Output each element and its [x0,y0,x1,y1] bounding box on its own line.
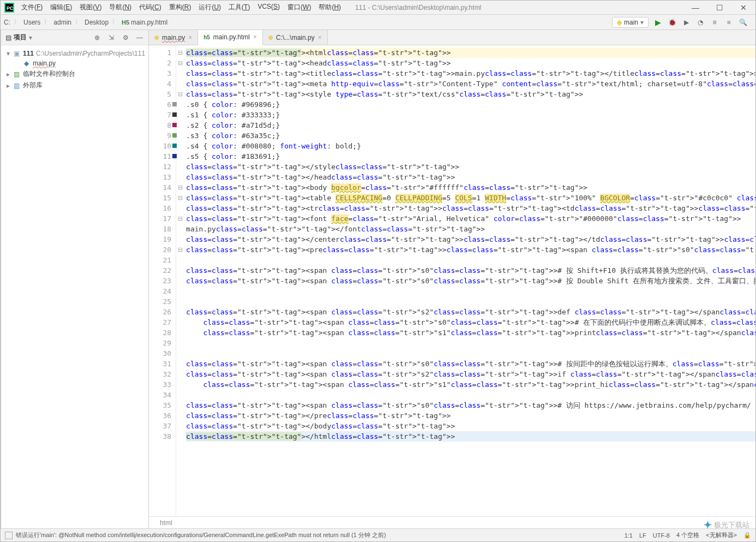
project-tree[interactable]: ▾▣ 111 C:\Users\admin\PycharmProjects\11… [1,45,148,94]
code-editor[interactable]: 1234567891011121314151617181920212223242… [149,45,755,516]
editor-tab[interactable]: ◆main.py× [149,30,198,45]
profile-button[interactable]: ◔ [695,17,705,27]
file-encoding[interactable]: UTF-8 [653,532,670,539]
close-tab-icon[interactable]: × [318,34,322,41]
python-interpreter[interactable]: <无解释器> [706,531,737,539]
run-button[interactable]: ▶ [653,17,663,27]
breadcrumb-item[interactable]: H5main.py.html [122,19,167,26]
editor-breadcrumb[interactable]: html [149,516,755,528]
ide-window: PC 文件(F)编辑(E)视图(V)导航(N)代码(C)重构(R)运行(U)工具… [0,0,756,542]
breadcrumb-item[interactable]: C: [4,19,10,26]
run-config-name: main [624,19,638,26]
svg-text:PC: PC [7,5,14,11]
lock-icon[interactable]: 🔒 [743,532,751,539]
project-panel: ▤ 项目 ▾ ⊕ ⇲ ⚙ — ▾▣ 111 C:\Users\admin\Pyc… [1,30,149,528]
html-icon: h5 [203,34,210,40]
breadcrumb-item[interactable]: admin [53,19,71,26]
tab-label: main.py [162,34,185,41]
tree-root-path: C:\Users\admin\PycharmProjects\111 [36,50,145,57]
breadcrumb-separator: 〉 [41,17,52,27]
menu-item[interactable]: 运行(U) [195,1,224,14]
editor-tab[interactable]: ◆C:\...\main.py× [263,30,328,45]
menu-item[interactable]: 重构(R) [166,1,195,14]
coverage-button[interactable]: ▶ [681,17,691,27]
breadcrumb-item[interactable]: Users [23,19,40,26]
tab-label: main.py.html [213,33,250,41]
hide-panel-icon[interactable]: — [135,33,144,42]
editor-area: ◆main.py×h5main.py.html×◆C:\...\main.py×… [149,30,755,528]
close-tab-icon[interactable]: × [253,33,257,41]
stop-button[interactable]: ■ [724,17,734,27]
run-toolbar: ▶ 🐞 ▶ ◔ ≡ ■ 🔍 [649,17,752,27]
code-content[interactable]: class=class="t-str">"t-tag"><htmlclass=c… [184,45,755,516]
breadcrumb-separator: 〉 [73,17,83,27]
tool-window-toggle[interactable] [5,532,13,539]
tree-external-label: 外部库 [23,81,43,90]
fold-gutter[interactable]: ⊟⊟⊟⊟⊟⊟⊟ [176,45,184,516]
breadcrumb-item[interactable]: Desktop [85,19,109,26]
menu-item[interactable]: 工具(T) [225,1,253,14]
close-tab-icon[interactable]: × [188,34,192,41]
menu-item[interactable]: 代码(C) [136,1,165,14]
menu-item[interactable]: 窗口(W) [284,1,314,14]
debug-button[interactable]: 🐞 [667,17,677,27]
line-separator[interactable]: LF [639,532,646,539]
run-config-selector[interactable]: ◆ main ▾ [612,17,649,28]
breadcrumb-separator: 〉 [11,17,22,27]
project-panel-header[interactable]: ▤ 项目 ▾ ⊕ ⇲ ⚙ — [1,30,148,45]
editor-tabs: ◆main.py×h5main.py.html×◆C:\...\main.py× [149,30,755,45]
close-button[interactable]: ✕ [731,1,755,15]
tree-root-label: 111 [23,50,34,57]
menu-item[interactable]: 导航(N) [106,1,135,14]
status-message[interactable]: 错误运行'main': @NotNull method com/intellij… [16,531,386,539]
status-bar: 错误运行'main': @NotNull method com/intellij… [1,528,755,541]
tree-file-label: main.py [33,59,56,67]
breadcrumb-separator: 〉 [110,17,121,27]
editor-tab[interactable]: h5main.py.html× [198,30,263,45]
menu-item[interactable]: 视图(V) [76,1,105,14]
main-area: ▤ 项目 ▾ ⊕ ⇲ ⚙ — ▾▣ 111 C:\Users\admin\Pyc… [1,30,755,528]
tree-scratch[interactable]: ▸▥ 临时文件和控制台 [1,68,148,80]
tab-label: C:\...\main.py [276,34,315,41]
window-controls: — ☐ ✕ [683,1,755,15]
search-everywhere-button[interactable]: 🔍 [738,17,748,27]
tree-external-libs[interactable]: ▸▥ 外部库 [1,80,148,91]
main-menu: 文件(F)编辑(E)视图(V)导航(N)代码(C)重构(R)运行(U)工具(T)… [18,1,344,14]
tree-root[interactable]: ▾▣ 111 C:\Users\admin\PycharmProjects\11… [1,49,148,58]
python-icon: ◆ [617,19,622,26]
breadcrumb[interactable]: C:〉Users〉admin〉Desktop〉H5main.py.html [4,17,167,27]
indent-info[interactable]: 4 个空格 [676,531,699,539]
python-icon: ◆ [268,34,273,41]
minimize-button[interactable]: — [683,1,707,15]
navbar: C:〉Users〉admin〉Desktop〉H5main.py.html ◆ … [1,15,755,30]
settings-icon[interactable]: ⚙ [121,33,130,42]
maximize-button[interactable]: ☐ [707,1,731,15]
python-icon: ◆ [154,34,159,41]
tree-file-mainpy[interactable]: ◆ main.py [1,58,148,68]
menu-item[interactable]: VCS(S) [254,1,283,14]
line-number-gutter[interactable]: 1234567891011121314151617181920212223242… [149,45,176,516]
editor-breadcrumb-item: html [160,519,172,527]
project-panel-title: 项目 [14,33,27,42]
folder-icon: ▤ [5,34,11,41]
expand-icon[interactable]: ⇲ [107,33,116,42]
window-title: 111 - C:\Users\admin\Desktop\main.py.htm… [344,4,683,11]
target-icon[interactable]: ⊕ [93,33,101,42]
more-run-button[interactable]: ≡ [710,17,719,27]
pycharm-icon: PC [4,2,15,13]
chevron-down-icon: ▾ [640,19,644,26]
chevron-down-icon: ▾ [29,34,32,41]
caret-position[interactable]: 1:1 [625,532,633,539]
menu-item[interactable]: 文件(F) [18,1,46,14]
menu-item[interactable]: 编辑(E) [47,1,75,14]
menu-item[interactable]: 帮助(H) [315,1,344,14]
tree-scratch-label: 临时文件和控制台 [23,69,75,79]
titlebar: PC 文件(F)编辑(E)视图(V)导航(N)代码(C)重构(R)运行(U)工具… [1,1,755,15]
